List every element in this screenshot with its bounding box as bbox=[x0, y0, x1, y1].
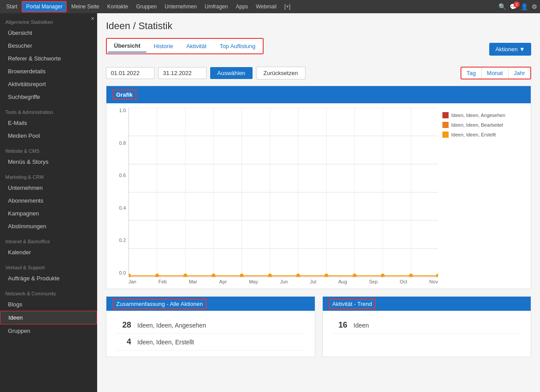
chart-yaxis: 1.0 0.8 0.6 0.4 0.2 0.0 bbox=[111, 108, 128, 289]
stat-label-ideen: Ideen bbox=[354, 322, 369, 329]
trend-panel-header: Aktivität - Trend bbox=[323, 297, 531, 311]
sidebar-section-tools: Tools & Administration bbox=[0, 103, 97, 117]
svg-point-21 bbox=[268, 274, 272, 277]
aktionen-button[interactable]: Aktionen ▼ bbox=[489, 43, 531, 56]
tabs-row: Übersicht Historie Aktivität Top Auflist… bbox=[106, 38, 264, 54]
svg-point-24 bbox=[353, 274, 357, 277]
stat-number-angesehen: 28 bbox=[115, 320, 131, 330]
sidebar-item-kalender[interactable]: Kalender bbox=[0, 246, 97, 259]
nav-webmail[interactable]: Webmail bbox=[253, 2, 280, 11]
sidebar-item-aktivitatsreport[interactable]: Aktivitätsreport bbox=[0, 78, 97, 90]
chart-legend: Ideen, Ideen, Angesehen Ideen, Ideen, Be… bbox=[438, 108, 526, 289]
sidebar-item-besucher[interactable]: Besucher bbox=[0, 39, 97, 52]
y-0.0: 0.0 bbox=[119, 270, 126, 275]
summary-header-label: Zusammenfassung - Alle Aktionen bbox=[113, 299, 207, 309]
chart-svg bbox=[129, 108, 438, 277]
main-content: Ideen / Statistik Übersicht Historie Akt… bbox=[97, 13, 540, 392]
chart-grid bbox=[128, 108, 438, 277]
bottom-row: Zusammenfassung - Alle Aktionen 28 Ideen… bbox=[106, 296, 531, 357]
nav-start[interactable]: Start bbox=[3, 2, 21, 11]
legend-item-angesehen: Ideen, Ideen, Angesehen bbox=[442, 112, 522, 118]
date-to-input[interactable] bbox=[158, 67, 207, 79]
stat-row-angesehen: 28 Ideen, Ideen, Angesehen bbox=[115, 317, 306, 334]
sidebar-item-abonnements[interactable]: Abonnements bbox=[0, 194, 97, 207]
svg-point-22 bbox=[296, 274, 300, 277]
svg-point-26 bbox=[409, 274, 413, 277]
sidebar-item-unternehmen[interactable]: Unternehmen bbox=[0, 181, 97, 194]
stat-label-erstellt: Ideen, Ideen, Erstellt bbox=[137, 339, 194, 346]
nav-plus[interactable]: [+] bbox=[281, 2, 294, 11]
y-0.4: 0.4 bbox=[119, 205, 126, 211]
sidebar-item-menus-storys[interactable]: Menüs & Storys bbox=[0, 155, 97, 168]
trend-panel: Aktivität - Trend 16 Ideen bbox=[322, 296, 532, 357]
svg-point-18 bbox=[183, 274, 187, 277]
x-may: May bbox=[249, 279, 258, 289]
sidebar-item-kampagnen[interactable]: Kampagnen bbox=[0, 207, 97, 220]
sidebar-item-blogs[interactable]: Blogs bbox=[0, 298, 97, 311]
sidebar-section-verkauf: Verkauf & Support bbox=[0, 259, 97, 272]
sidebar-item-medien-pool[interactable]: Medien Pool bbox=[0, 129, 97, 142]
sidebar-item-gruppen[interactable]: Gruppen bbox=[0, 324, 97, 337]
tab-ubersicht[interactable]: Übersicht bbox=[108, 40, 147, 53]
nav-unternehmen[interactable]: Unternehmen bbox=[161, 2, 200, 11]
tab-top-auflistung[interactable]: Top Auflistung bbox=[214, 40, 262, 52]
tab-aktivitat[interactable]: Aktivität bbox=[180, 40, 213, 52]
x-jul: Jul bbox=[310, 279, 316, 289]
stat-number-ideen: 16 bbox=[332, 320, 347, 330]
date-from-input[interactable] bbox=[106, 67, 155, 79]
y-0.8: 0.8 bbox=[119, 140, 126, 146]
period-tag-button[interactable]: Tag bbox=[461, 68, 482, 79]
y-1.0: 1.0 bbox=[119, 108, 126, 113]
stat-row-ideen: 16 Ideen bbox=[332, 317, 522, 334]
period-monat-button[interactable]: Monat bbox=[482, 68, 509, 79]
sidebar-item-referer[interactable]: Referer & Stichworte bbox=[0, 52, 97, 65]
chart-panel-header: Grafik bbox=[106, 86, 531, 103]
sidebar-item-browserdetails[interactable]: Browserdetails bbox=[0, 65, 97, 78]
x-sep: Sep bbox=[369, 279, 378, 289]
sidebar: × Allgemeine Statistiken Übersicht Besuc… bbox=[0, 13, 97, 392]
nav-umfragen[interactable]: Umfragen bbox=[201, 2, 232, 11]
svg-point-23 bbox=[325, 274, 329, 277]
settings-icon[interactable]: ⚙ bbox=[532, 3, 537, 10]
nav-kontakte[interactable]: Kontakte bbox=[104, 2, 132, 11]
x-oct: Oct bbox=[400, 279, 407, 289]
sidebar-item-abstimmungen[interactable]: Abstimmungen bbox=[0, 220, 97, 233]
nav-apps[interactable]: Apps bbox=[232, 2, 251, 11]
svg-rect-30 bbox=[442, 132, 449, 138]
svg-point-27 bbox=[436, 274, 438, 277]
summary-panel: Zusammenfassung - Alle Aktionen 28 Ideen… bbox=[106, 296, 315, 357]
zurucksetzen-button[interactable]: Zurücksetzen bbox=[256, 67, 306, 79]
nav-gruppen[interactable]: Gruppen bbox=[132, 2, 160, 11]
notifications-icon[interactable]: 💬 2 bbox=[510, 3, 517, 10]
sidebar-section-netzwerk: Netzwerk & Community bbox=[0, 285, 97, 298]
sidebar-item-ideen[interactable]: Ideen bbox=[0, 311, 97, 324]
y-0.6: 0.6 bbox=[119, 173, 126, 178]
sidebar-item-emails[interactable]: E-Mails bbox=[0, 117, 97, 129]
notification-badge: 2 bbox=[514, 1, 520, 8]
x-jun: Jun bbox=[280, 279, 288, 289]
auswahlen-button[interactable]: Auswählen bbox=[210, 67, 253, 79]
x-apr: Apr bbox=[219, 279, 227, 289]
period-jahr-button[interactable]: Jahr bbox=[509, 68, 530, 79]
sidebar-item-auftrage[interactable]: Aufträge & Produkte bbox=[0, 272, 97, 285]
chart-xaxis: Jan Feb Mar Apr May Jun Jul Aug Sep Oct … bbox=[128, 277, 438, 289]
chart-area: 1.0 0.8 0.6 0.4 0.2 0.0 bbox=[106, 103, 531, 289]
legend-item-bearbeitet: Ideen, Ideen, Bearbeitet bbox=[442, 122, 522, 128]
sidebar-item-suchbegriffe[interactable]: Suchbegriffe bbox=[0, 90, 97, 103]
chart-panel: Grafik 1.0 0.8 0.6 0.4 0.2 0.0 bbox=[106, 86, 531, 289]
user-icon[interactable]: 👤 bbox=[521, 3, 528, 10]
period-buttons: Tag Monat Jahr bbox=[461, 67, 531, 79]
x-feb: Feb bbox=[159, 279, 167, 289]
stat-row-erstellt: 4 Ideen, Ideen, Erstellt bbox=[115, 334, 306, 351]
sidebar-section-intranet: Intranet & Backoffice bbox=[0, 233, 97, 246]
trend-header-label: Aktivität - Trend bbox=[329, 299, 376, 309]
sidebar-close-icon[interactable]: × bbox=[91, 15, 94, 22]
legend-label-angesehen: Ideen, Ideen, Angesehen bbox=[451, 113, 505, 118]
sidebar-item-ubersicht[interactable]: Übersicht bbox=[0, 26, 97, 39]
nav-meine-seite[interactable]: Meine Seite bbox=[68, 2, 102, 11]
svg-point-19 bbox=[211, 274, 215, 277]
legend-item-erstellt: Ideen, Ideen, Erstellt bbox=[442, 132, 522, 138]
nav-portal-manager[interactable]: Portal Manager bbox=[22, 1, 67, 12]
search-icon[interactable]: 🔍 bbox=[498, 3, 506, 10]
tab-historie[interactable]: Historie bbox=[147, 40, 179, 52]
